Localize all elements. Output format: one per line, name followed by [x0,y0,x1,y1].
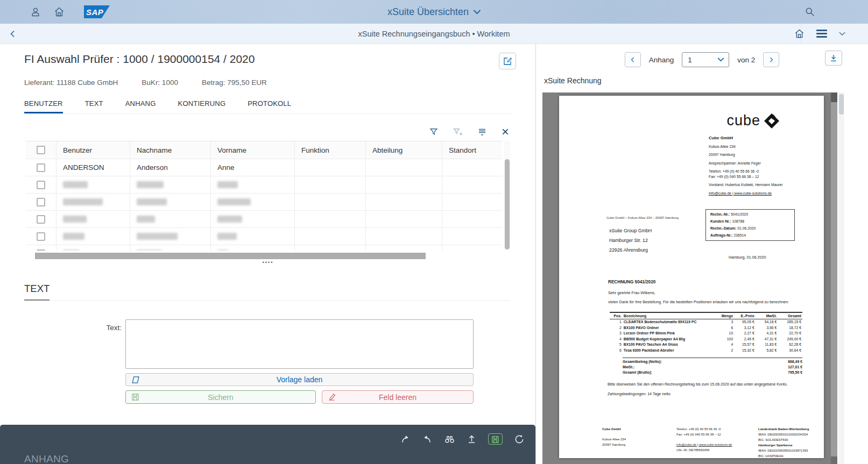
attachment-select[interactable]: 1 [682,52,729,67]
table-cell [57,228,130,245]
resize-grip[interactable]: •••• [26,260,510,265]
table-row[interactable] [26,211,502,228]
menu-icon[interactable] [816,30,827,38]
row-checkbox[interactable] [37,181,45,189]
user-table: BenutzerNachnameVornameFunktionAbteilung… [26,141,502,251]
save-button[interactable]: Sichern [125,390,316,404]
table-cell [211,228,295,245]
redacted-text [217,233,237,240]
table-horizontal-scrollbar [26,253,502,259]
redacted-text [137,198,167,205]
redacted-text [137,233,178,240]
table-row[interactable] [26,176,502,194]
table-cell [211,176,295,193]
redacted-text [63,181,88,188]
column-header-benutzer[interactable]: Benutzer [57,141,130,159]
tab-benutzer[interactable]: BENUTZER [24,99,63,113]
shell-title[interactable]: xSuite Übersichten [387,6,481,18]
invoice-footer-line: 20097 Hamburg [602,443,676,447]
table-cell [366,159,442,176]
table-vertical-scrollbar [504,141,510,251]
invoice-company-line: Telefon: +49 (0) 40 55 66 36 -0 [709,169,795,174]
header-info-item: Lieferant: 11188 Cube GmbH [24,78,118,87]
undo-icon[interactable] [422,434,433,445]
header-info-item: Betrag: 795,50 EUR [202,78,267,87]
invoice-footer-line: Fax: +49 (0) 040 55 66 38 – 12 [676,433,758,437]
table-cell [130,228,211,245]
attachment-toolbar: Anhang 1 von 2 [536,44,868,70]
text-input[interactable] [125,319,474,369]
column-header-nachname[interactable]: Nachname [130,141,211,159]
scrollbar-thumb[interactable] [831,92,837,102]
download-button[interactable] [825,51,842,66]
row-checkbox[interactable] [37,198,45,206]
select-all-checkbox[interactable] [37,146,45,154]
table-row[interactable] [26,194,502,211]
refresh-icon[interactable] [514,434,525,445]
workitem-panel: FI Auswahl Prüfer : 1000 / 1900000154 / … [0,44,536,464]
group-icon[interactable] [477,127,487,137]
invoice-ref-line: Auftrags-Nr.: 236514 [710,233,790,238]
tab-protokoll[interactable]: PROTOKOLL [248,99,291,113]
table-row[interactable]: ANDERSONAndersonAnne [26,159,502,176]
table-header-cell [26,141,57,159]
home-icon[interactable] [794,28,805,39]
invoice-footer-line: IBAN: DE02600501010002034304 [758,433,827,437]
save-icon[interactable] [488,433,503,445]
redacted-text [137,216,155,223]
home-icon[interactable] [54,6,65,17]
binoculars-icon[interactable] [444,434,455,445]
sap-logo: SAP [84,5,110,18]
invoice-intro: vielen Dank für Ihre Bestellung. Für die… [608,299,789,304]
person-icon[interactable] [30,6,41,17]
invoice-total-label: MwSt.: [623,365,634,370]
close-icon[interactable] [501,127,510,136]
invoice-recipient-line: xSuite Group GmbH [609,228,652,234]
next-attachment-button[interactable] [763,52,779,67]
back-icon[interactable] [9,30,17,38]
tab-kontierung[interactable]: KONTIERUNG [178,99,226,113]
row-checkbox-cell [26,211,57,227]
table-cell [57,245,130,251]
row-checkbox[interactable] [37,163,45,172]
text-label: Text: [0,319,125,404]
chevron-down-icon[interactable] [839,32,845,36]
tab-strip: BENUTZERTEXTANHANGKONTIERUNGPROTOKOLL [24,99,511,114]
row-checkbox[interactable] [37,232,45,241]
prev-attachment-button[interactable] [625,52,641,67]
row-checkbox[interactable] [37,215,45,224]
invoice-company-line: Kubus-Allee 234 [709,145,795,149]
invoice-item-row: 5BX100 PAVO Taschen A4 Gloss415,57 €11,8… [610,342,802,347]
edit-button[interactable] [499,53,516,69]
invoice-footer: Cube GmbHKubus-Allee 23420097 HamburgTel… [602,427,827,460]
table-row[interactable] [26,245,502,251]
invoice-item-row: 3Lerzen Ordner PP 80mm Pink102,27 €4,31 … [610,331,802,336]
tab-anhang[interactable]: ANHANG [125,99,156,113]
invoice-items-table: Pos.BezeichnungMengeE.-PreisMwSt.Gesamt1… [610,312,802,353]
tab-text[interactable]: TEXT [85,99,103,113]
redacted-text [63,216,87,223]
scrollbar-button[interactable] [831,456,837,464]
search-icon[interactable] [805,6,815,17]
clear-filter-icon[interactable] [453,127,463,137]
row-checkbox[interactable] [37,249,45,251]
invoice-reference-box: Rechn.-Nr.: 5041/2020Kunden Nr.: 108788R… [705,209,795,241]
attachment-count: von 2 [737,56,755,64]
clear-field-button[interactable]: Feld leeren [322,390,474,404]
column-header-funktion[interactable]: Funktion [295,141,366,159]
column-header-vorname[interactable]: Vorname [211,141,295,159]
pdf-viewer: cube Cube GmbHKubus-Allee 23420097 Hambu… [542,92,837,464]
header-info: Lieferant: 11188 Cube GmbHBuKr: 1000Betr… [24,78,535,87]
scrollbar-thumb[interactable] [839,94,844,115]
table-cell: Anderson [130,159,211,176]
load-template-button[interactable]: Vorlage laden [125,373,474,386]
scrollbar-thumb[interactable] [35,253,426,259]
invoice-ref-line: Rechn.-Datum: 01.06.2020 [710,226,790,231]
filter-icon[interactable] [429,127,439,137]
upload-icon[interactable] [467,434,477,445]
redo-icon[interactable] [400,434,411,445]
scrollbar-thumb[interactable] [505,159,510,249]
table-row[interactable] [26,228,502,245]
column-header-abteilung[interactable]: Abteilung [366,141,442,159]
column-header-standort[interactable]: Standort [442,141,502,159]
